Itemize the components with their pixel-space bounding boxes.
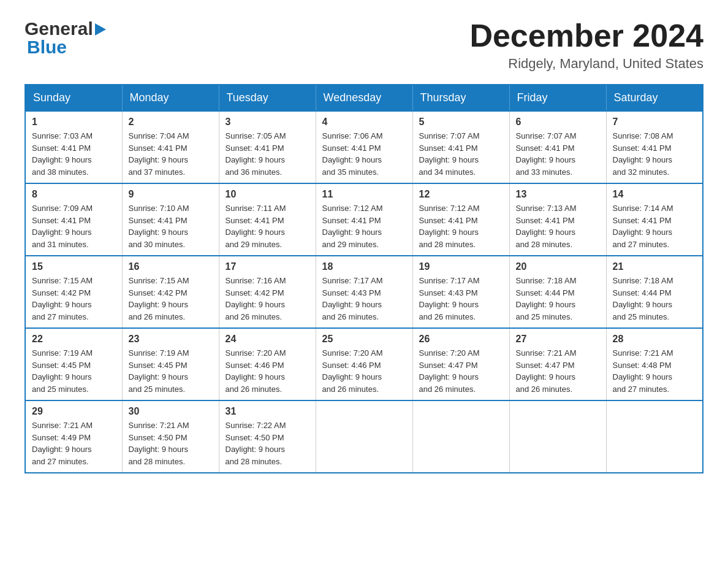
day-info: Sunrise: 7:07 AM Sunset: 4:41 PM Dayligh… [419,130,503,178]
day-number: 2 [129,117,213,128]
day-info: Sunrise: 7:06 AM Sunset: 4:41 PM Dayligh… [322,130,406,178]
day-number: 28 [613,334,697,345]
calendar-day-cell: 15 Sunrise: 7:15 AM Sunset: 4:42 PM Dayl… [25,256,122,328]
day-number: 12 [419,189,503,200]
day-number: 9 [129,189,213,200]
location-text: Ridgely, Maryland, United States [469,56,703,72]
logo-arrow-icon [95,21,108,38]
day-info: Sunrise: 7:16 AM Sunset: 4:42 PM Dayligh… [226,275,309,323]
day-info: Sunrise: 7:08 AM Sunset: 4:41 PM Dayligh… [613,130,697,178]
calendar-day-cell [509,400,606,473]
calendar-day-cell: 23 Sunrise: 7:19 AM Sunset: 4:45 PM Dayl… [122,328,219,400]
day-info: Sunrise: 7:04 AM Sunset: 4:41 PM Dayligh… [129,130,213,178]
day-number: 10 [226,189,309,200]
day-info: Sunrise: 7:22 AM Sunset: 4:50 PM Dayligh… [226,419,309,467]
calendar-day-header: Monday [122,85,219,111]
day-info: Sunrise: 7:21 AM Sunset: 4:48 PM Dayligh… [613,347,697,395]
calendar-day-cell: 27 Sunrise: 7:21 AM Sunset: 4:47 PM Dayl… [509,328,606,400]
calendar-day-cell: 16 Sunrise: 7:15 AM Sunset: 4:42 PM Dayl… [122,256,219,328]
day-number: 17 [226,261,309,272]
day-info: Sunrise: 7:17 AM Sunset: 4:43 PM Dayligh… [419,275,503,323]
day-number: 24 [226,334,309,345]
calendar-day-header: Wednesday [316,85,412,111]
calendar-day-header: Friday [509,85,606,111]
day-number: 25 [322,334,406,345]
title-section: December 2024 Ridgely, Maryland, United … [469,18,703,72]
calendar-week-row: 8 Sunrise: 7:09 AM Sunset: 4:41 PM Dayli… [25,183,703,256]
day-info: Sunrise: 7:09 AM Sunset: 4:41 PM Dayligh… [32,202,116,250]
calendar-header-row: SundayMondayTuesdayWednesdayThursdayFrid… [25,85,703,111]
calendar-day-cell: 9 Sunrise: 7:10 AM Sunset: 4:41 PM Dayli… [122,183,219,256]
day-number: 5 [419,117,503,128]
day-info: Sunrise: 7:12 AM Sunset: 4:41 PM Dayligh… [419,202,503,250]
day-info: Sunrise: 7:12 AM Sunset: 4:41 PM Dayligh… [322,202,406,250]
day-info: Sunrise: 7:10 AM Sunset: 4:41 PM Dayligh… [129,202,213,250]
calendar-day-cell: 3 Sunrise: 7:05 AM Sunset: 4:41 PM Dayli… [219,111,316,183]
day-number: 23 [129,334,213,345]
calendar-day-cell: 31 Sunrise: 7:22 AM Sunset: 4:50 PM Dayl… [219,400,316,473]
day-info: Sunrise: 7:19 AM Sunset: 4:45 PM Dayligh… [129,347,213,395]
calendar-day-cell: 12 Sunrise: 7:12 AM Sunset: 4:41 PM Dayl… [412,183,509,256]
day-number: 8 [32,189,116,200]
day-info: Sunrise: 7:14 AM Sunset: 4:41 PM Dayligh… [613,202,697,250]
calendar-day-cell: 5 Sunrise: 7:07 AM Sunset: 4:41 PM Dayli… [412,111,509,183]
calendar-day-cell: 28 Sunrise: 7:21 AM Sunset: 4:48 PM Dayl… [606,328,703,400]
day-info: Sunrise: 7:15 AM Sunset: 4:42 PM Dayligh… [129,275,213,323]
month-title: December 2024 [469,18,703,53]
day-number: 30 [129,406,213,417]
day-info: Sunrise: 7:18 AM Sunset: 4:44 PM Dayligh… [613,275,697,323]
calendar-week-row: 22 Sunrise: 7:19 AM Sunset: 4:45 PM Dayl… [25,328,703,400]
calendar-day-cell: 20 Sunrise: 7:18 AM Sunset: 4:44 PM Dayl… [509,256,606,328]
calendar-day-cell: 10 Sunrise: 7:11 AM Sunset: 4:41 PM Dayl… [219,183,316,256]
calendar-day-cell: 26 Sunrise: 7:20 AM Sunset: 4:47 PM Dayl… [412,328,509,400]
day-number: 7 [613,117,697,128]
calendar-week-row: 1 Sunrise: 7:03 AM Sunset: 4:41 PM Dayli… [25,111,703,183]
calendar-day-cell [606,400,703,473]
day-info: Sunrise: 7:15 AM Sunset: 4:42 PM Dayligh… [32,275,116,323]
day-number: 26 [419,334,503,345]
day-number: 31 [226,406,309,417]
day-number: 27 [516,334,600,345]
day-info: Sunrise: 7:20 AM Sunset: 4:47 PM Dayligh… [419,347,503,395]
page-header: General Blue December 2024 Ridgely, Mary… [25,18,703,72]
day-number: 14 [613,189,697,200]
calendar-day-cell: 30 Sunrise: 7:21 AM Sunset: 4:50 PM Dayl… [122,400,219,473]
day-info: Sunrise: 7:21 AM Sunset: 4:50 PM Dayligh… [129,419,213,467]
day-info: Sunrise: 7:07 AM Sunset: 4:41 PM Dayligh… [516,130,600,178]
calendar-day-header: Saturday [606,85,703,111]
day-info: Sunrise: 7:18 AM Sunset: 4:44 PM Dayligh… [516,275,600,323]
calendar-week-row: 29 Sunrise: 7:21 AM Sunset: 4:49 PM Dayl… [25,400,703,473]
calendar-day-header: Sunday [25,85,122,111]
day-number: 21 [613,261,697,272]
calendar-day-cell: 11 Sunrise: 7:12 AM Sunset: 4:41 PM Dayl… [316,183,412,256]
calendar-day-header: Thursday [412,85,509,111]
calendar-day-cell: 18 Sunrise: 7:17 AM Sunset: 4:43 PM Dayl… [316,256,412,328]
calendar-day-cell: 17 Sunrise: 7:16 AM Sunset: 4:42 PM Dayl… [219,256,316,328]
day-number: 15 [32,261,116,272]
calendar-day-cell: 2 Sunrise: 7:04 AM Sunset: 4:41 PM Dayli… [122,111,219,183]
day-number: 20 [516,261,600,272]
day-info: Sunrise: 7:21 AM Sunset: 4:47 PM Dayligh… [516,347,600,395]
logo-blue-text: Blue [27,37,67,57]
svg-marker-0 [95,23,106,36]
calendar-day-cell: 21 Sunrise: 7:18 AM Sunset: 4:44 PM Dayl… [606,256,703,328]
day-number: 16 [129,261,213,272]
day-number: 4 [322,117,406,128]
calendar-day-cell: 8 Sunrise: 7:09 AM Sunset: 4:41 PM Dayli… [25,183,122,256]
day-number: 6 [516,117,600,128]
calendar-week-row: 15 Sunrise: 7:15 AM Sunset: 4:42 PM Dayl… [25,256,703,328]
calendar-table: SundayMondayTuesdayWednesdayThursdayFrid… [25,84,703,473]
day-info: Sunrise: 7:17 AM Sunset: 4:43 PM Dayligh… [322,275,406,323]
day-number: 22 [32,334,116,345]
calendar-day-cell: 25 Sunrise: 7:20 AM Sunset: 4:46 PM Dayl… [316,328,412,400]
day-number: 3 [226,117,309,128]
day-number: 19 [419,261,503,272]
day-info: Sunrise: 7:19 AM Sunset: 4:45 PM Dayligh… [32,347,116,395]
calendar-day-cell: 19 Sunrise: 7:17 AM Sunset: 4:43 PM Dayl… [412,256,509,328]
calendar-day-cell [316,400,412,473]
logo: General Blue [25,18,108,58]
day-info: Sunrise: 7:20 AM Sunset: 4:46 PM Dayligh… [322,347,406,395]
calendar-day-cell: 7 Sunrise: 7:08 AM Sunset: 4:41 PM Dayli… [606,111,703,183]
day-info: Sunrise: 7:05 AM Sunset: 4:41 PM Dayligh… [226,130,309,178]
calendar-day-cell: 6 Sunrise: 7:07 AM Sunset: 4:41 PM Dayli… [509,111,606,183]
